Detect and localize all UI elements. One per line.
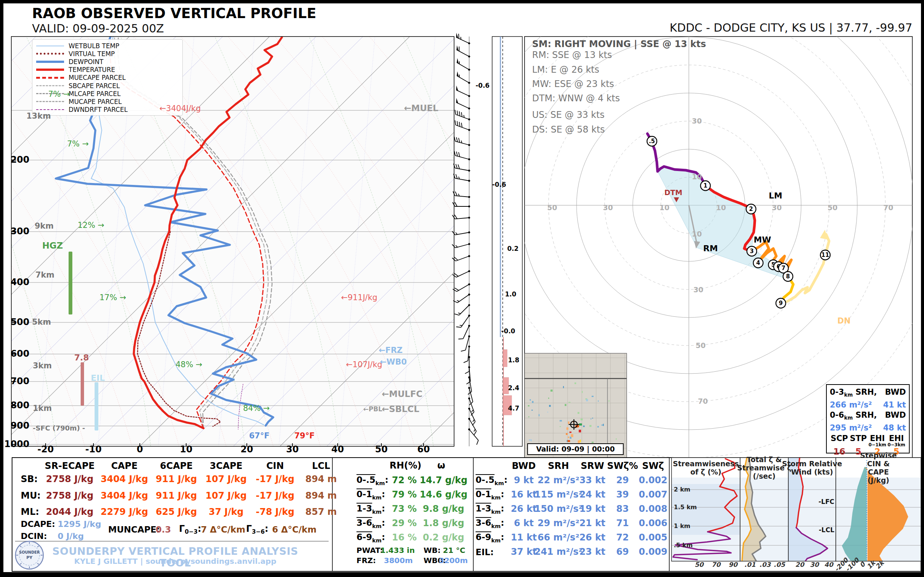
hgz-label: HGZ	[42, 241, 63, 250]
svg-text:9: 9	[779, 300, 783, 306]
thermo-value: 2758 J/kg	[46, 475, 94, 484]
hodo-height-marker: 1	[701, 181, 710, 190]
shear-value: 71	[616, 519, 628, 528]
mixing-ratio-value: 14.6 g/kg	[420, 490, 468, 500]
temperature-tick-label: -10	[85, 445, 101, 454]
legend-line-sample-muecape	[36, 77, 64, 79]
srh-row-label: 0-6km SRH,	[830, 410, 877, 423]
wb-value: 21 °C	[443, 546, 465, 554]
level-annotation: ←SBLCL	[382, 405, 419, 414]
omega-value-label: -0.6	[492, 182, 506, 188]
wind-barb	[452, 214, 470, 220]
hodo-ring-label: 70	[883, 204, 893, 212]
radar-map-inset	[525, 353, 627, 458]
hodo-motion-label-dn: DN	[837, 317, 851, 325]
pressure-tick-label: 400	[11, 277, 29, 287]
storm-motion-line: MW: ESE @ 23 kts	[532, 79, 614, 89]
index-header: EHI0−3km	[887, 434, 906, 447]
pressure-tick-label: 700	[11, 377, 29, 386]
wind-barb	[454, 45, 472, 58]
storm-motion-line: US: SE @ 33 kts	[532, 110, 604, 120]
eil-label: EIL	[91, 374, 105, 382]
lapse-label: Γ3−6:	[246, 524, 268, 535]
legend-line-sample-dewpoint	[36, 61, 64, 63]
frz-value: 3800m	[384, 557, 413, 564]
shear-value: 0.005	[639, 533, 667, 542]
thermo-header: 3CAPE	[210, 461, 243, 471]
omega-value-label: 0.2	[507, 245, 519, 252]
legend-item: TEMPERATURE	[36, 66, 183, 74]
hodo-ring-label: 30	[603, 204, 613, 212]
shear-value: 21 kt	[579, 519, 605, 528]
frame-right	[921, 0, 924, 577]
page-title: RAOB OBSERVED VERTICAL PROFILE	[32, 5, 316, 21]
dcin-label: DCIN:	[21, 532, 47, 540]
hodo-height-marker: 11	[821, 250, 830, 260]
wind-barb	[465, 356, 470, 374]
height-label: 3km	[33, 361, 52, 370]
index-header: STP	[849, 434, 868, 447]
mini-chart-ylabel: .5 km	[674, 542, 693, 549]
hodo-ring-label: 50	[827, 204, 837, 212]
wind-barb	[455, 71, 472, 84]
thermo-row-label: SB:	[21, 475, 38, 484]
wind-barb-column	[452, 33, 481, 446]
shear-header: BWD	[512, 461, 535, 471]
thermo-value: 911 J/kg	[156, 491, 197, 501]
rh-layer-label: 17% →	[100, 293, 126, 302]
map-valid-label: Valid: 09-09 | 00:00	[527, 443, 624, 455]
mini-chart-ylabel: 1 km	[674, 523, 690, 530]
thermo-value: 894 m	[305, 475, 336, 484]
rh-layer-label: 7% →	[48, 90, 70, 98]
rh-row-label: 0-1km:	[357, 490, 385, 500]
legend-item-label: TEMPERATURE	[69, 66, 115, 73]
rh-row-label: 0-.5km:	[357, 475, 389, 486]
wind-barb	[453, 137, 472, 146]
lapse-rate-label: 7.8	[74, 353, 89, 362]
hodo-height-marker: 4	[753, 258, 763, 268]
mini-chart-tick: 90	[729, 562, 737, 568]
hodo-ring-label: 50	[547, 204, 557, 212]
storm-motion-line: DS: SE @ 58 kts	[532, 125, 605, 134]
mixing-ratio-value: 0.2 g/kg	[423, 533, 464, 542]
thermo-value: -78 J/kg	[256, 507, 295, 517]
surface-temp-label: 79°F	[294, 432, 315, 440]
srh-value: 295 m²/s²	[830, 423, 872, 433]
frame-bottom	[0, 572, 924, 577]
dcin-value: 0 J/kg	[58, 532, 84, 540]
level-annotation: ←107J/kg	[346, 361, 382, 369]
thermo-header: CAPE	[111, 461, 137, 471]
legend-line-sample-temperature	[36, 69, 64, 71]
pressure-tick-label: 800	[11, 401, 29, 410]
shear-value: 39	[616, 490, 628, 500]
shear-header: SRW	[581, 461, 604, 471]
wind-barb	[452, 240, 471, 249]
shear-value: 9 kt	[514, 476, 534, 485]
legend-item-label: SBCAPE PARCEL	[69, 82, 120, 90]
legend-item: WETBULB TEMP	[36, 42, 183, 50]
height-label: 13km	[26, 112, 51, 120]
station-info: KDDC - DODGE CITY, KS US | 37.77, -99.97	[670, 21, 912, 34]
muncape-label: MUNCAPE:	[108, 525, 160, 534]
omega-value-label: 1.8	[508, 357, 519, 364]
storm-motion-line: DTM: WNW @ 4 kts	[532, 94, 620, 103]
hodo-ring-label: 10	[716, 204, 726, 212]
pwat-value: 1.433 in	[380, 546, 415, 554]
footer-author: KYLE J GILLETT | sounderpysoundings.anvi…	[45, 557, 305, 566]
shear-value: 72	[616, 533, 628, 542]
srh-value: 266 m²/s²	[830, 400, 872, 410]
mini-chart-title: Storm Relative Wind (kts)	[782, 460, 842, 476]
level-annotation: ←MUEL	[404, 103, 438, 113]
shear-value: 11 kt	[510, 533, 536, 542]
pressure-tick-label: 500	[11, 318, 29, 327]
pwat-label: PWAT:	[357, 546, 383, 554]
wind-barb	[453, 290, 471, 305]
mini-chart-tick: 70	[711, 562, 720, 568]
muncape-value: 0.3	[156, 525, 171, 534]
legend-item-label: DWNDRFT PARCEL	[69, 106, 128, 113]
hodo-height-marker: .5	[647, 136, 657, 146]
thermo-header: LCL	[312, 461, 330, 471]
temperature-tick-label: 60	[417, 445, 430, 454]
shear-value: 24 kt	[579, 490, 605, 500]
mini-chart-title: Streamwiseness of ζ (%)	[673, 460, 739, 476]
